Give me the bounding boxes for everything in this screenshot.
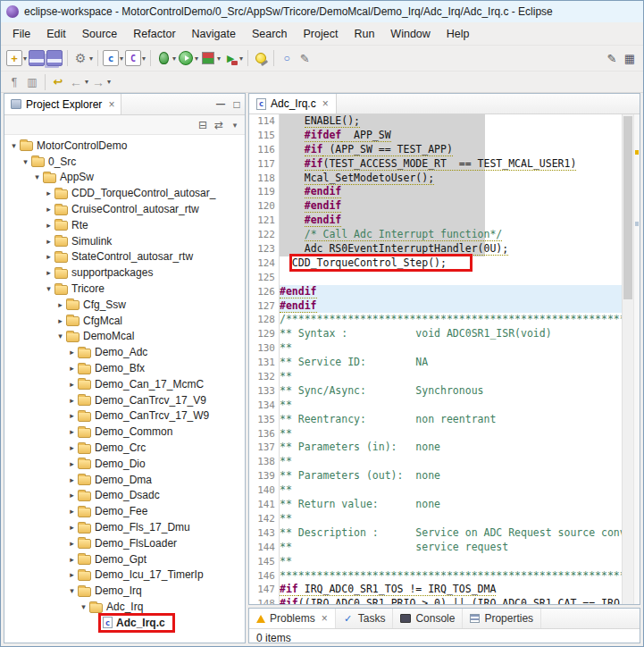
expander-icon[interactable]: ▸ bbox=[66, 396, 78, 405]
tree-item-CDD_TorqueControl_autosar_[interactable]: ▸CDD_TorqueControl_autosar_ bbox=[4, 185, 245, 201]
code-line-125[interactable] bbox=[280, 271, 622, 285]
expander-icon[interactable]: ▸ bbox=[43, 268, 54, 277]
code-line-123[interactable]: Adc_RS0EventInterruptHandler(0U); bbox=[280, 242, 622, 256]
tree-item-Demo_Dsadc[interactable]: ▸Demo_Dsadc bbox=[4, 488, 245, 504]
chevron-down-icon[interactable]: ▾ bbox=[23, 55, 27, 63]
menu-project[interactable]: Project bbox=[296, 25, 347, 43]
line-number-115[interactable]: 115 bbox=[249, 129, 275, 143]
code-line-133[interactable]: ** Sync/Async: Synchronous bbox=[280, 384, 622, 399]
tree-item-Simulink[interactable]: ▸Simulink bbox=[4, 233, 245, 249]
coverage-button[interactable]: ▾ bbox=[199, 49, 222, 67]
code-line-134[interactable]: ** bbox=[280, 399, 622, 413]
code-line-131[interactable]: ** Service ID: NA bbox=[280, 356, 622, 370]
tree-item-Demo_Icu_17_TimerIp[interactable]: ▸Demo_Icu_17_TimerIp bbox=[4, 567, 245, 584]
tree-item-Demo_Bfx[interactable]: ▸Demo_Bfx bbox=[4, 360, 245, 376]
tree-item-Demo_Fls_17_Dmu[interactable]: ▸Demo_Fls_17_Dmu bbox=[4, 519, 245, 535]
forward-button[interactable]: ▾ bbox=[89, 73, 112, 91]
line-number-147[interactable]: 147 bbox=[249, 583, 275, 597]
expander-icon[interactable]: ▸ bbox=[66, 523, 78, 532]
line-number-135[interactable]: 135 bbox=[249, 413, 275, 427]
expander-icon[interactable]: ▸ bbox=[43, 221, 54, 230]
tree-item-Demo_Common[interactable]: ▸Demo_Common bbox=[4, 424, 245, 440]
chevron-down-icon[interactable]: ▾ bbox=[120, 55, 123, 63]
expander-icon[interactable]: ▸ bbox=[66, 507, 78, 516]
tree-item-Demo_Crc[interactable]: ▸Demo_Crc bbox=[4, 440, 245, 456]
code-line-136[interactable]: ** bbox=[280, 427, 622, 441]
code-line-122[interactable]: /* Call Adc Interrupt function*/ bbox=[280, 228, 622, 242]
tree-item-Rte[interactable]: ▸Rte bbox=[4, 217, 245, 233]
save-button[interactable] bbox=[28, 49, 46, 67]
code-line-118[interactable]: Mcal_SetModetoUser(); bbox=[280, 172, 622, 186]
view-menu-icon[interactable] bbox=[227, 117, 243, 133]
expander-icon[interactable]: ▾ bbox=[8, 141, 20, 150]
code-line-147[interactable]: #if IRQ_ADC0_SR1_TOS != IRQ_TOS_DMA bbox=[280, 583, 622, 597]
expander-icon[interactable]: ▸ bbox=[66, 459, 78, 468]
back-button[interactable]: ▾ bbox=[67, 73, 89, 91]
tree-item-Demo_Fee[interactable]: ▸Demo_Fee bbox=[4, 503, 245, 519]
tree-item-MotorControlDemo[interactable]: ▾MotorControlDemo bbox=[4, 138, 245, 154]
line-number-133[interactable]: 133 bbox=[249, 384, 275, 399]
expander-icon[interactable]: ▾ bbox=[78, 602, 89, 611]
tree-item-Demo_Can_17_McmC[interactable]: ▸Demo_Can_17_McmC bbox=[4, 376, 245, 392]
line-number-146[interactable]: 146 bbox=[249, 569, 275, 584]
tree-item-DemoMcal[interactable]: ▾DemoMcal bbox=[4, 329, 245, 345]
tree-item-Demo_Gpt[interactable]: ▸Demo_Gpt bbox=[4, 551, 245, 567]
code-line-139[interactable]: ** Parameters (out): none bbox=[280, 469, 622, 483]
tree-item-Demo_FlsLoader[interactable]: ▸Demo_FlsLoader bbox=[4, 535, 245, 551]
code-line-135[interactable]: ** Reentrancy: non reentrant bbox=[280, 413, 622, 427]
expander-icon[interactable]: ▸ bbox=[66, 443, 78, 452]
line-number-134[interactable]: 134 bbox=[249, 399, 275, 413]
expander-icon[interactable]: ▾ bbox=[54, 332, 66, 340]
expander-icon[interactable]: ▸ bbox=[43, 237, 54, 246]
show-whitespace-button[interactable] bbox=[5, 73, 23, 91]
tree-item-Adc_Irq.c[interactable]: Adc_Irq.c bbox=[4, 615, 245, 631]
menu-file[interactable]: File bbox=[4, 25, 38, 43]
line-number-116[interactable]: 116 bbox=[249, 143, 275, 157]
last-edit-location-button[interactable] bbox=[49, 73, 67, 91]
expander-icon[interactable]: ▸ bbox=[66, 348, 78, 357]
code-line-115[interactable]: #ifdef APP_SW bbox=[280, 129, 622, 143]
new-wizard-button[interactable]: ▾ bbox=[5, 49, 28, 67]
expander-icon[interactable]: ▸ bbox=[54, 300, 66, 309]
code-line-130[interactable]: ** bbox=[280, 341, 622, 356]
line-number-gutter[interactable]: 1141151161171181191201211221231241251261… bbox=[249, 114, 280, 604]
chevron-down-icon[interactable]: ▾ bbox=[217, 55, 221, 63]
tab-console[interactable]: Console bbox=[393, 609, 463, 628]
code-line-128[interactable]: /***************************************… bbox=[280, 313, 622, 327]
run-button[interactable]: ▾ bbox=[177, 49, 199, 67]
menu-search[interactable]: Search bbox=[244, 25, 296, 43]
line-number-125[interactable]: 125 bbox=[249, 271, 275, 285]
maximize-view-icon[interactable] bbox=[229, 97, 245, 113]
line-number-148[interactable]: 148 bbox=[249, 597, 275, 604]
expander-icon[interactable]: ▸ bbox=[43, 252, 54, 261]
line-number-123[interactable]: 123 bbox=[249, 242, 275, 256]
line-number-139[interactable]: 139 bbox=[249, 469, 275, 483]
chevron-down-icon[interactable]: ▾ bbox=[107, 78, 111, 86]
line-number-145[interactable]: 145 bbox=[249, 555, 275, 569]
line-number-132[interactable]: 132 bbox=[249, 370, 275, 384]
code-line-129[interactable]: ** Syntax : void ADC0SR1_ISR(void) bbox=[280, 327, 622, 341]
chevron-down-icon[interactable]: ▾ bbox=[142, 55, 146, 63]
code-line-137[interactable]: ** Parameters (in): none bbox=[280, 441, 622, 455]
chevron-down-icon[interactable]: ▾ bbox=[239, 55, 243, 63]
expander-icon[interactable]: ▸ bbox=[66, 539, 78, 548]
line-number-138[interactable]: 138 bbox=[249, 455, 275, 469]
line-number-126[interactable]: 126 bbox=[249, 285, 275, 299]
line-number-124[interactable]: 124 bbox=[249, 256, 275, 271]
tab-problems[interactable]: Problems× bbox=[249, 609, 336, 628]
tree-item-StateControl_autosar_rtw[interactable]: ▸StateControl_autosar_rtw bbox=[4, 249, 245, 265]
line-number-140[interactable]: 140 bbox=[249, 483, 275, 498]
menu-refactor[interactable]: Refactor bbox=[125, 25, 183, 43]
external-tools-button[interactable]: ▾ bbox=[222, 49, 244, 67]
code-line-127[interactable]: #endif bbox=[280, 299, 622, 314]
tree-item-Demo_CanTrcv_17_W9[interactable]: ▸Demo_CanTrcv_17_W9 bbox=[4, 408, 245, 424]
line-number-119[interactable]: 119 bbox=[249, 185, 275, 199]
code-line-120[interactable]: #endif bbox=[280, 199, 622, 214]
menu-window[interactable]: Window bbox=[382, 25, 438, 43]
tree-item-CfgMcal[interactable]: ▸CfgMcal bbox=[4, 313, 245, 329]
line-number-122[interactable]: 122 bbox=[249, 228, 275, 242]
minimize-view-icon[interactable] bbox=[213, 97, 229, 113]
line-number-118[interactable]: 118 bbox=[249, 172, 275, 186]
code-line-140[interactable]: ** bbox=[280, 483, 622, 498]
debug-button[interactable]: ▾ bbox=[155, 49, 177, 67]
